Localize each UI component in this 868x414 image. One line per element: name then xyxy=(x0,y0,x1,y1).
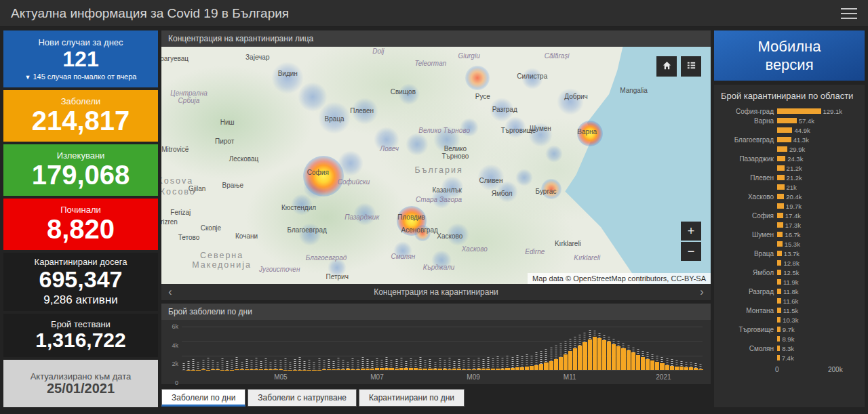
region-bar xyxy=(777,346,780,351)
series-cases-bar xyxy=(448,369,452,370)
x-tick-label: M09 xyxy=(467,373,479,381)
bar-slot xyxy=(646,327,650,370)
map-label: Благоевград xyxy=(287,227,326,235)
map-label: Ferizaj xyxy=(170,209,191,217)
map-label: Edirne xyxy=(525,248,545,256)
bar-slot xyxy=(322,327,326,370)
daily-bars xyxy=(182,327,703,370)
bar-slot xyxy=(549,327,553,370)
series-gray-bar xyxy=(338,358,340,370)
map-label: Кюстендил xyxy=(281,204,316,212)
bar-slot xyxy=(414,327,418,370)
bar-slot xyxy=(250,327,254,370)
map-panel: Концентрация на карантинирани лица xyxy=(161,30,711,300)
map-legend-button[interactable] xyxy=(681,56,701,77)
tab-cumulative-cases[interactable]: Заболели с натрупване xyxy=(248,389,357,407)
stat-value: 121 xyxy=(62,47,98,71)
heatmap-blob xyxy=(496,181,518,203)
series-cases-bar xyxy=(631,352,635,370)
bar-slot xyxy=(616,327,620,370)
stat-card-new-cases: Нови случаи за днес121▼145 случая по-мал… xyxy=(3,30,158,87)
tab-daily-quarantined[interactable]: Карантинирани по дни xyxy=(359,389,465,407)
region-row: Шумен16.7k xyxy=(714,230,865,239)
region-rows[interactable]: София-град129.1kВарна57.4k44.9kБлагоевгр… xyxy=(714,106,865,363)
caption-prev-arrow[interactable]: ‹ xyxy=(161,286,179,298)
heatmap-blob xyxy=(328,258,347,277)
bar-slot xyxy=(428,327,432,370)
region-label: Разград xyxy=(714,288,777,295)
mobile-version-link[interactable]: Мобилна версия xyxy=(714,30,865,81)
bar-slot xyxy=(216,327,220,370)
bar-slot xyxy=(245,327,249,370)
region-label: Благоевград xyxy=(714,136,777,144)
daily-plot[interactable] xyxy=(182,327,703,370)
map-label: Kırklareli xyxy=(574,254,600,262)
heatmap-blob xyxy=(298,82,328,112)
bar-slot xyxy=(496,327,500,370)
bar-slot xyxy=(602,327,606,370)
stat-label: Нови случаи за днес xyxy=(38,37,123,47)
bar-slot xyxy=(375,327,379,370)
regions-axis-max: 200k xyxy=(828,366,843,373)
series-cases-bar xyxy=(351,369,355,370)
bar-slot xyxy=(539,327,543,370)
map-label: Kırklareli xyxy=(555,240,581,248)
series-cases-bar xyxy=(573,348,577,370)
map-label: Стара Загора xyxy=(416,196,462,204)
region-row: 29.9k xyxy=(714,144,865,154)
menu-button[interactable] xyxy=(841,8,857,19)
tab-daily-cases[interactable]: Заболели по дни xyxy=(161,389,245,407)
region-value: 17.3k xyxy=(785,222,801,229)
series-cases-bar xyxy=(665,365,669,370)
series-cases-bar xyxy=(593,337,597,370)
series-gray-bar xyxy=(477,358,479,370)
bar-slot xyxy=(568,327,572,370)
bar-slot xyxy=(670,327,674,370)
series-gray-bar xyxy=(275,360,277,370)
series-cases-bar xyxy=(564,354,568,370)
bar-slot xyxy=(593,327,597,370)
series-cases-bar xyxy=(375,368,379,370)
caption-next-arrow[interactable]: › xyxy=(693,286,711,298)
bar-slot xyxy=(283,327,288,370)
map-label: Косово xyxy=(161,186,196,196)
map-label: Софийски xyxy=(338,178,370,186)
region-bar xyxy=(777,260,781,266)
stat-label: Брой тествани xyxy=(51,319,111,329)
dashboard-body: Нови случаи за днес121▼145 случая по-мал… xyxy=(0,27,868,411)
map-home-button[interactable] xyxy=(656,56,677,77)
region-value: 17.4k xyxy=(785,212,801,220)
map-label: Видин xyxy=(278,70,298,79)
series-cases-bar xyxy=(279,369,283,370)
bar-slot xyxy=(448,327,452,370)
bar-slot xyxy=(694,327,698,370)
bar-slot xyxy=(423,327,427,370)
series-cases-bar xyxy=(559,357,563,370)
series-cases-bar xyxy=(433,369,437,370)
series-cases-bar xyxy=(525,367,529,370)
map-label: Mitrovicë xyxy=(161,146,189,154)
bar-slot xyxy=(317,327,321,370)
bar-slot xyxy=(583,327,587,370)
zoom-out-button[interactable]: − xyxy=(681,242,701,261)
series-cases-bar xyxy=(409,368,413,370)
bar-slot xyxy=(486,327,490,370)
heatmap-hotspot xyxy=(397,206,427,236)
series-gray-bar xyxy=(216,363,218,370)
region-row: Враца13.7k xyxy=(714,249,865,258)
region-row: Смолян8.3k xyxy=(714,344,865,353)
map-canvas[interactable]: + − Map data © OpenStreetMap contributor… xyxy=(161,47,711,284)
region-bar xyxy=(777,118,797,123)
bar-slot xyxy=(273,327,277,370)
region-row: Разград11.8k xyxy=(714,287,865,296)
bar-slot xyxy=(679,327,684,370)
series-gray-bar xyxy=(245,359,248,370)
map-label: Лесковац xyxy=(229,156,259,164)
series-gray-bar xyxy=(468,358,470,370)
region-row: Пазарджик24.3k xyxy=(714,154,865,163)
bar-slot xyxy=(515,327,519,370)
zoom-in-button[interactable]: + xyxy=(681,222,701,241)
bar-slot xyxy=(191,327,195,370)
region-bar xyxy=(777,175,785,180)
bar-slot xyxy=(409,327,413,370)
